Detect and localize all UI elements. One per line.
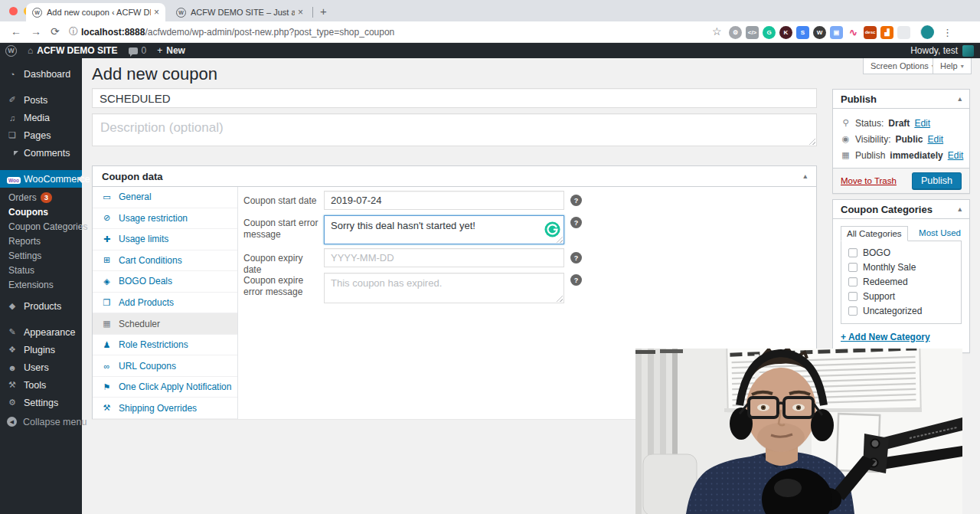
tab-cart-conditions[interactable]: ⊞Cart Conditions: [93, 250, 237, 272]
category-item[interactable]: Redeemed: [848, 277, 954, 287]
coupon-expire-error-textarea[interactable]: [324, 273, 564, 303]
sidebar-item-dashboard[interactable]: ◔ Dashboard: [0, 65, 82, 83]
site-info-icon[interactable]: ⓘ: [69, 25, 78, 38]
tab-usage-limits[interactable]: ✚Usage limits: [93, 229, 237, 250]
sidebar-item-posts[interactable]: ✐ Posts: [0, 91, 82, 109]
coupon-data-header[interactable]: Coupon data ▴: [93, 166, 816, 186]
close-tab-icon[interactable]: ×: [298, 7, 303, 18]
comments-bubble-icon: [129, 47, 138, 54]
edit-visibility-link[interactable]: Edit: [927, 134, 943, 145]
comments-admin-bar-item[interactable]: 0: [123, 43, 152, 58]
help-icon[interactable]: ?: [570, 195, 582, 206]
coupon-start-date-input[interactable]: [324, 191, 564, 210]
extension-icon[interactable]: </>: [746, 26, 759, 39]
browser-menu-icon[interactable]: ⋮: [942, 27, 952, 38]
submenu-item-coupon-categories[interactable]: Coupon Categories: [0, 219, 82, 234]
wordpress-extension-icon[interactable]: W: [813, 26, 826, 39]
sidebar-item-woocommerce[interactable]: Woo WooCommerce: [0, 170, 82, 188]
screen-options-button[interactable]: Screen Options ▾: [863, 58, 942, 74]
extension-icon[interactable]: [897, 26, 910, 39]
close-window-button[interactable]: [9, 7, 18, 15]
submenu-item-reports[interactable]: Reports: [0, 234, 82, 248]
category-item[interactable]: BOGO: [848, 247, 954, 258]
sidebar-item-pages[interactable]: ❏ Pages: [0, 126, 82, 144]
submenu-item-coupons[interactable]: Coupons: [0, 205, 82, 219]
publish-box-header[interactable]: Publish ▴: [833, 90, 969, 109]
tab-general[interactable]: ▭General: [93, 187, 237, 208]
submenu-item-settings[interactable]: Settings: [0, 248, 82, 263]
grammarly-icon[interactable]: [544, 221, 560, 237]
coupon-description-textarea[interactable]: [92, 113, 817, 146]
edit-schedule-link[interactable]: Edit: [948, 150, 964, 161]
category-item[interactable]: Monthly Sale: [848, 262, 954, 273]
new-content-menu[interactable]: + New: [152, 43, 191, 58]
help-button[interactable]: Help ▾: [933, 58, 972, 74]
sidebar-item-settings[interactable]: ⚙ Settings: [0, 394, 82, 411]
browser-tab-inactive[interactable]: W ACFW DEMO SITE – Just anoth ×: [170, 3, 309, 21]
category-checkbox[interactable]: [848, 277, 858, 286]
tab-add-products[interactable]: ❒Add Products: [93, 293, 237, 314]
extension-icon[interactable]: ∿: [847, 26, 860, 39]
my-account-menu[interactable]: Howdy, test: [910, 45, 980, 57]
tab-all-categories[interactable]: All Categories: [841, 226, 908, 241]
sidebar-item-appearance[interactable]: ✎ Appearance: [0, 323, 82, 341]
category-checkbox[interactable]: [848, 263, 858, 272]
extension-icon[interactable]: desc: [864, 26, 877, 39]
close-tab-icon[interactable]: ×: [154, 7, 159, 18]
category-item[interactable]: Support: [848, 291, 954, 302]
submenu-item-status[interactable]: Status: [0, 263, 82, 277]
address-bar[interactable]: localhost:8888/acfwdemo/wp-admin/post-ne…: [81, 27, 394, 38]
sidebar-item-products[interactable]: ◆ Products: [0, 297, 82, 315]
new-tab-button[interactable]: +: [320, 5, 327, 18]
tab-shipping-overrides[interactable]: ⚒Shipping Overrides: [93, 398, 237, 419]
back-icon[interactable]: ←: [11, 25, 21, 38]
publish-button[interactable]: Publish: [912, 172, 962, 190]
collapse-panel-icon[interactable]: ▴: [958, 205, 962, 213]
sidebar-item-plugins[interactable]: ❖ Plugins: [0, 341, 82, 358]
add-new-category-link[interactable]: + Add New Category: [841, 332, 930, 342]
extension-icon[interactable]: ▟: [880, 26, 893, 39]
tab-role-restrictions[interactable]: ♟Role Restrictions: [93, 335, 237, 356]
bookmark-star-icon[interactable]: ☆: [712, 25, 722, 38]
tab-bogo-deals[interactable]: ◈BOGO Deals: [93, 271, 237, 293]
help-icon[interactable]: ?: [570, 274, 582, 286]
grammarly-extension-icon[interactable]: G: [763, 26, 776, 39]
wordpress-favicon-icon: W: [176, 8, 186, 18]
category-checkbox[interactable]: [848, 292, 858, 301]
reload-icon[interactable]: ⟳: [51, 25, 60, 38]
sidebar-item-users[interactable]: ☻ Users: [0, 358, 82, 376]
tab-scheduler[interactable]: ▦Scheduler: [93, 313, 237, 335]
help-icon[interactable]: ?: [570, 217, 582, 228]
extension-icon[interactable]: S: [796, 26, 809, 39]
submenu-item-orders[interactable]: Orders3: [0, 190, 82, 205]
move-to-trash-link[interactable]: Move to Trash: [841, 176, 897, 185]
extension-icon[interactable]: ⚙: [729, 26, 742, 39]
edit-status-link[interactable]: Edit: [914, 118, 930, 129]
coupon-title-input[interactable]: [92, 88, 817, 108]
extension-icon[interactable]: K: [779, 26, 792, 39]
forward-icon[interactable]: →: [31, 25, 41, 38]
category-checkbox[interactable]: [848, 248, 858, 257]
sidebar-item-media[interactable]: ♫ Media: [0, 109, 82, 126]
coupon-expiry-date-input[interactable]: [324, 248, 564, 267]
extension-icon[interactable]: ▣: [830, 26, 843, 39]
browser-profile-avatar[interactable]: [920, 25, 934, 39]
sidebar-item-comments[interactable]: Comments: [0, 144, 82, 162]
wp-logo-menu[interactable]: W: [0, 43, 22, 58]
help-icon[interactable]: ?: [570, 252, 582, 264]
browser-tab-active[interactable]: W Add new coupon ‹ ACFW DEM ×: [26, 3, 165, 21]
tab-url-coupons[interactable]: ∞URL Coupons: [93, 355, 237, 377]
tab-most-used[interactable]: Most Used: [919, 228, 961, 237]
collapse-menu-button[interactable]: ◀ Collapse menu: [0, 413, 82, 431]
categories-box-header[interactable]: Coupon Categories ▴: [833, 200, 969, 219]
submenu-item-extensions[interactable]: Extensions: [0, 277, 82, 292]
coupon-start-error-textarea[interactable]: Sorry this deal hasn't started yet!: [324, 215, 564, 244]
tab-usage-restriction[interactable]: ⊘Usage restriction: [93, 208, 237, 230]
collapse-panel-icon[interactable]: ▴: [803, 172, 807, 180]
visit-site-link[interactable]: ⌂ ACFW DEMO SITE: [22, 43, 123, 58]
collapse-panel-icon[interactable]: ▴: [958, 95, 962, 103]
category-item[interactable]: Uncategorized: [848, 306, 954, 316]
sidebar-item-tools[interactable]: ⚒ Tools: [0, 376, 82, 394]
category-checkbox[interactable]: [848, 306, 858, 316]
tab-one-click-apply-notification[interactable]: ⚑One Click Apply Notification: [93, 377, 237, 398]
